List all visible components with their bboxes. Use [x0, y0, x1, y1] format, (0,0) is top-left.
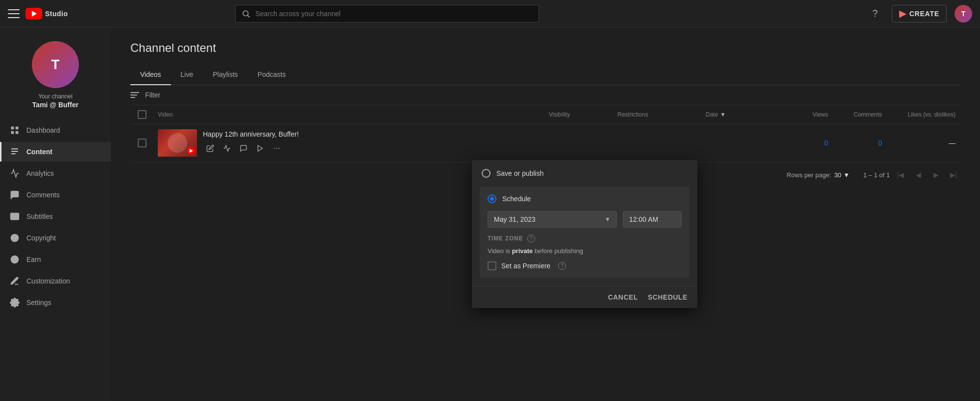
- sidebar-item-content[interactable]: Content: [0, 142, 111, 162]
- svg-rect-5: [16, 131, 19, 134]
- filter-button[interactable]: Filter: [145, 91, 160, 99]
- private-notice-bold: private: [512, 247, 533, 255]
- play-button[interactable]: [253, 141, 268, 156]
- topnav-right: ? ▶ CREATE T: [866, 5, 972, 23]
- sidebar-item-label-settings: Settings: [26, 299, 51, 307]
- sidebar-item-dashboard[interactable]: Dashboard: [0, 120, 111, 140]
- col-likes-value: —: [892, 139, 960, 147]
- logo: Studio: [25, 8, 68, 20]
- svg-point-13: [274, 148, 275, 149]
- svg-point-0: [243, 11, 248, 16]
- sidebar-profile: T Your channel Tami @ Buffer: [0, 35, 111, 118]
- private-notice-post: before publishing: [533, 247, 583, 255]
- col-views-value: 0: [784, 139, 838, 147]
- schedule-section: Schedule May 31, 2023 ▼ 12:00 AM TIME ZO…: [480, 187, 689, 278]
- avatar[interactable]: T: [955, 5, 972, 23]
- dashboard-icon: [10, 125, 20, 135]
- filter-lines-icon[interactable]: [130, 92, 139, 98]
- sidebar-item-subtitles[interactable]: Subtitles: [0, 207, 111, 226]
- col-header-date[interactable]: Date ▼: [706, 111, 784, 118]
- svg-rect-4: [11, 131, 14, 134]
- person-silhouette: [168, 133, 187, 153]
- sidebar-item-label-customization: Customization: [26, 277, 70, 285]
- more-options-button[interactable]: [270, 141, 284, 156]
- create-icon: ▶: [899, 8, 906, 19]
- svg-rect-2: [11, 127, 14, 130]
- sidebar-item-label-analytics: Analytics: [26, 169, 54, 177]
- analytics-icon: [10, 168, 20, 178]
- time-picker[interactable]: 12:00 AM: [623, 211, 682, 228]
- comments-button[interactable]: [236, 141, 251, 156]
- sidebar-item-analytics[interactable]: Analytics: [0, 164, 111, 183]
- search-icon: [242, 9, 250, 18]
- date-picker-arrow-icon: ▼: [605, 216, 611, 223]
- rows-per-page: Rows per page: 30 ▼: [786, 171, 849, 179]
- earn-icon: [10, 255, 20, 264]
- first-page-button[interactable]: |◀: [894, 168, 907, 182]
- schedule-radio[interactable]: [488, 194, 496, 203]
- col-header-likes: Likes (vs. dislikes): [892, 111, 960, 118]
- col-header-comments: Comments: [838, 111, 892, 118]
- schedule-header: Schedule: [488, 194, 682, 203]
- rows-per-page-value: 30: [834, 171, 841, 179]
- date-picker[interactable]: May 31, 2023 ▼: [488, 211, 617, 228]
- main-content: Channel content Videos Live Playlists Po…: [111, 27, 980, 401]
- svg-line-1: [248, 15, 250, 17]
- edit-button[interactable]: [203, 141, 218, 156]
- rows-per-page-label: Rows per page:: [786, 171, 831, 179]
- save-or-publish-radio[interactable]: [482, 169, 490, 178]
- sidebar-item-earn[interactable]: Earn: [0, 250, 111, 269]
- sidebar-item-label-comments: Comments: [26, 191, 60, 199]
- sidebar-item-customization[interactable]: Customization: [0, 271, 111, 291]
- svg-point-14: [276, 148, 277, 149]
- sidebar-item-label-earn: Earn: [26, 256, 41, 263]
- header-checkbox[interactable]: [138, 110, 147, 119]
- youtube-logo-icon: [25, 8, 42, 20]
- svg-marker-12: [258, 145, 262, 151]
- video-info: Happy 12th anniversary, Buffer!: [203, 130, 549, 156]
- create-button[interactable]: ▶ CREATE: [892, 5, 947, 23]
- prev-page-button[interactable]: ◀: [911, 168, 925, 182]
- schedule-button[interactable]: SCHEDULE: [648, 293, 687, 301]
- video-cell: Happy 12th anniversary, Buffer!: [154, 129, 549, 157]
- filter-bar: Filter: [130, 85, 960, 105]
- next-page-button[interactable]: ▶: [929, 168, 943, 182]
- premiere-label: Set as Premiere: [501, 262, 550, 270]
- svg-rect-6: [11, 213, 19, 219]
- last-page-button[interactable]: ▶|: [947, 168, 960, 182]
- video-thumb-inner: [158, 129, 197, 157]
- content-icon: [10, 147, 20, 157]
- sidebar: T Your channel Tami @ Buffer Dashboard C…: [0, 27, 111, 401]
- sidebar-avatar: T: [32, 41, 79, 88]
- search-bar[interactable]: [235, 5, 539, 23]
- premiere-info-icon[interactable]: ?: [558, 262, 566, 270]
- private-notice-pre: Video is: [488, 247, 512, 255]
- sidebar-item-settings[interactable]: Settings: [0, 293, 111, 312]
- analytics-button[interactable]: [220, 141, 234, 156]
- sidebar-item-comments[interactable]: Comments: [0, 185, 111, 205]
- menu-button[interactable]: [8, 8, 20, 20]
- sidebar-item-copyright[interactable]: Copyright: [0, 228, 111, 248]
- timezone-info-icon[interactable]: ?: [527, 235, 535, 242]
- body: T Your channel Tami @ Buffer Dashboard C…: [0, 27, 980, 401]
- tab-videos[interactable]: Videos: [130, 65, 171, 85]
- premiere-checkbox[interactable]: [488, 261, 496, 270]
- tab-live[interactable]: Live: [171, 65, 203, 85]
- rows-per-page-select[interactable]: 30 ▼: [834, 171, 849, 179]
- svg-point-15: [279, 148, 280, 149]
- tab-podcasts[interactable]: Podcasts: [248, 65, 296, 85]
- private-notice: Video is private before publishing: [488, 247, 682, 255]
- topnav: Studio ? ▶ CREATE T: [0, 0, 980, 27]
- studio-logo-text: Studio: [45, 10, 68, 18]
- search-input[interactable]: [255, 10, 533, 18]
- subtitles-icon: [10, 212, 20, 221]
- pagination-range: 1 – 1 of 1: [863, 171, 890, 179]
- sidebar-channel-label: Your channel: [38, 93, 73, 100]
- timezone-row: TIME ZONE ?: [488, 235, 682, 242]
- save-or-publish-option[interactable]: Save or publish: [472, 160, 697, 187]
- tab-playlists[interactable]: Playlists: [203, 65, 247, 85]
- cancel-button[interactable]: CANCEL: [608, 293, 638, 301]
- help-button[interactable]: ?: [866, 5, 884, 23]
- row-checkbox[interactable]: [138, 139, 147, 147]
- select-all-checkbox[interactable]: [130, 110, 154, 119]
